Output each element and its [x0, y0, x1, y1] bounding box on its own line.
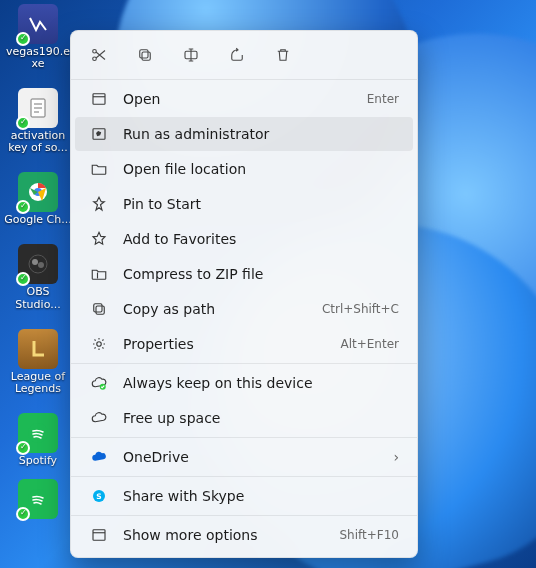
menu-item-label: OneDrive — [123, 449, 393, 465]
menu-item-label: Open — [123, 91, 367, 107]
menu-item-accel: Enter — [367, 92, 399, 106]
desktop-icon-label: vegas190.exe — [4, 46, 72, 70]
lol-icon — [18, 329, 58, 369]
desktop-icon-spotify-2[interactable] — [18, 479, 58, 519]
desktop-icon-chrome[interactable]: Google Ch... — [4, 172, 71, 226]
svg-rect-10 — [142, 52, 150, 60]
desktop-icon-label: Spotify — [19, 455, 57, 467]
desktop-icon-activation[interactable]: activation key of so... — [4, 88, 72, 154]
sync-badge-icon — [16, 272, 30, 286]
rename-icon — [182, 46, 200, 64]
menu-item-label: Always keep on this device — [123, 375, 399, 391]
sync-badge-icon — [16, 116, 30, 130]
text-file-icon — [18, 88, 58, 128]
copy-icon — [136, 46, 154, 64]
menu-item-label: Free up space — [123, 410, 399, 426]
scissors-icon — [90, 46, 108, 64]
delete-button[interactable] — [271, 43, 295, 67]
menu-item-always-keep[interactable]: Always keep on this device — [75, 366, 413, 400]
desktop-icon-label: OBS Studio... — [4, 286, 72, 310]
desktop-icon-vegas[interactable]: vegas190.exe — [4, 4, 72, 70]
chevron-right-icon: › — [393, 449, 399, 465]
share-button[interactable] — [225, 43, 249, 67]
onedrive-icon — [89, 447, 109, 467]
spotify-icon — [18, 413, 58, 453]
cloud-keep-icon — [89, 373, 109, 393]
menu-item-label: Copy as path — [123, 301, 322, 317]
menu-item-favorites[interactable]: Add to Favorites — [75, 222, 413, 256]
sync-badge-icon — [16, 200, 30, 214]
svg-point-17 — [97, 342, 102, 347]
shield-icon — [89, 124, 109, 144]
menu-item-copy-path[interactable]: Copy as path Ctrl+Shift+C — [75, 292, 413, 326]
svg-point-4 — [32, 259, 38, 265]
menu-item-open[interactable]: Open Enter — [75, 82, 413, 116]
star-icon — [89, 229, 109, 249]
svg-rect-15 — [94, 304, 102, 312]
menu-item-label: Pin to Start — [123, 196, 399, 212]
svg-point-3 — [29, 255, 47, 273]
menu-item-label: Open file location — [123, 161, 399, 177]
menu-item-free-space[interactable]: Free up space — [75, 401, 413, 435]
menu-item-accel: Alt+Enter — [340, 337, 399, 351]
menu-item-accel: Shift+F10 — [339, 528, 399, 542]
sync-badge-icon — [16, 507, 30, 521]
cloud-icon — [89, 408, 109, 428]
menu-item-pin-to-start[interactable]: Pin to Start — [75, 187, 413, 221]
open-icon — [89, 89, 109, 109]
rename-button[interactable] — [179, 43, 203, 67]
menu-item-compress[interactable]: Compress to ZIP file — [75, 257, 413, 291]
svg-rect-11 — [140, 50, 148, 58]
copy-path-icon — [89, 299, 109, 319]
separator — [71, 476, 417, 477]
menu-item-label: Share with Skype — [123, 488, 399, 504]
pin-icon — [89, 194, 109, 214]
menu-item-label: Properties — [123, 336, 340, 352]
separator — [71, 437, 417, 438]
svg-text:S: S — [96, 492, 101, 501]
menu-item-label: Run as administrator — [123, 126, 399, 142]
svg-rect-13 — [93, 94, 105, 105]
menu-item-open-location[interactable]: Open file location — [75, 152, 413, 186]
sync-badge-icon — [16, 441, 30, 455]
separator — [71, 515, 417, 516]
skype-icon: S — [89, 486, 109, 506]
desktop-icon-obs[interactable]: OBS Studio... — [4, 244, 72, 310]
cut-button[interactable] — [87, 43, 111, 67]
copy-button[interactable] — [133, 43, 157, 67]
desktop-icon-label: activation key of so... — [4, 130, 72, 154]
svg-rect-16 — [96, 306, 104, 314]
context-toolbar — [71, 31, 417, 77]
separator — [71, 79, 417, 80]
desktop-icon-spotify[interactable]: Spotify — [18, 413, 58, 467]
chrome-icon — [18, 172, 58, 212]
trash-icon — [274, 46, 292, 64]
spotify-icon — [18, 479, 58, 519]
svg-point-5 — [38, 262, 44, 268]
menu-item-show-more[interactable]: Show more options Shift+F10 — [75, 518, 413, 552]
app-icon — [18, 4, 58, 44]
menu-item-onedrive[interactable]: OneDrive › — [75, 440, 413, 474]
menu-item-accel: Ctrl+Shift+C — [322, 302, 399, 316]
desktop-icon-label: League of Legends — [4, 371, 72, 395]
obs-icon — [18, 244, 58, 284]
context-menu: Open Enter Run as administrator Open fil… — [70, 30, 418, 558]
desktop-icon-label: Google Ch... — [4, 214, 71, 226]
menu-item-skype[interactable]: S Share with Skype — [75, 479, 413, 513]
menu-item-label: Compress to ZIP file — [123, 266, 399, 282]
separator — [71, 363, 417, 364]
menu-item-label: Show more options — [123, 527, 339, 543]
folder-icon — [89, 159, 109, 179]
desktop-icons: vegas190.exe activation key of so... Goo… — [4, 4, 72, 519]
desktop-icon-lol[interactable]: League of Legends — [4, 329, 72, 395]
menu-item-run-as-admin[interactable]: Run as administrator — [75, 117, 413, 151]
sync-badge-icon — [16, 32, 30, 46]
menu-item-label: Add to Favorites — [123, 231, 399, 247]
zip-icon — [89, 264, 109, 284]
window-icon — [89, 525, 109, 545]
svg-rect-21 — [93, 530, 105, 541]
share-icon — [228, 46, 246, 64]
menu-item-properties[interactable]: Properties Alt+Enter — [75, 327, 413, 361]
properties-icon — [89, 334, 109, 354]
